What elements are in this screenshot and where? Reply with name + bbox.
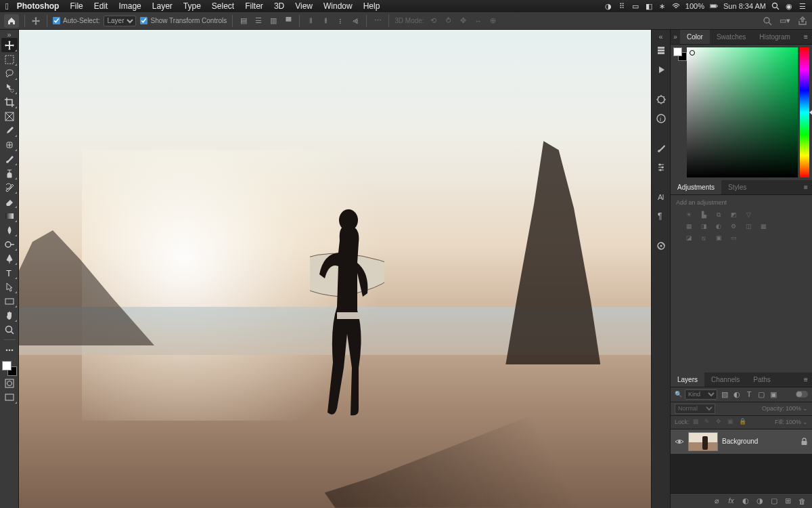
adj-hue-icon[interactable]: ▦ bbox=[684, 221, 694, 231]
layer-name[interactable]: Background bbox=[722, 438, 796, 445]
layer-thumbnail[interactable] bbox=[688, 432, 718, 451]
app-menu[interactable]: Photoshop bbox=[12, 0, 65, 12]
status-notifications-icon[interactable]: ☰ bbox=[798, 2, 807, 10]
distribute-2-icon[interactable]: ⫵ bbox=[320, 16, 331, 26]
layers-filter-search-icon[interactable]: 🔍 bbox=[675, 391, 682, 398]
panel-icon-libraries[interactable] bbox=[654, 238, 669, 253]
tab-channels[interactable]: Channels bbox=[704, 373, 746, 387]
layers-new-icon[interactable]: ⊞ bbox=[784, 496, 792, 505]
tool-marquee[interactable] bbox=[1, 52, 18, 66]
tool-zoom[interactable] bbox=[1, 322, 18, 337]
adj-curves-icon[interactable]: ⧉ bbox=[714, 210, 723, 219]
tool-frame[interactable] bbox=[1, 109, 18, 123]
status-siri-icon[interactable]: ◉ bbox=[785, 2, 793, 10]
auto-select-checkbox[interactable]: Auto-Select: bbox=[53, 17, 99, 24]
layers-mask-icon[interactable]: ◐ bbox=[741, 496, 750, 505]
more-align-icon[interactable]: ⋯ bbox=[372, 16, 383, 26]
layers-filter-kind[interactable]: Kind bbox=[685, 389, 717, 400]
menu-file[interactable]: File bbox=[64, 0, 88, 12]
3d-roll-icon[interactable]: ⥁ bbox=[443, 16, 454, 26]
lock-brush-icon[interactable]: ✎ bbox=[704, 418, 713, 426]
tab-layers[interactable]: Layers bbox=[671, 373, 704, 387]
color-panel-menu-icon[interactable]: ≡ bbox=[800, 30, 812, 44]
layers-panel-menu-icon[interactable]: ≡ bbox=[800, 373, 812, 387]
layers-filter-pixel-icon[interactable]: ▧ bbox=[720, 389, 729, 399]
panels-collapse-icon[interactable]: » bbox=[671, 30, 680, 44]
status-wifi-icon[interactable] bbox=[672, 2, 680, 10]
tool-rectangle[interactable] bbox=[1, 294, 18, 308]
adj-photo-filter-icon[interactable]: ◐ bbox=[714, 221, 723, 231]
layers-filter-adjust-icon[interactable]: ◐ bbox=[732, 389, 742, 399]
hue-marker-icon[interactable] bbox=[809, 110, 812, 115]
panel-icon-info[interactable]: i bbox=[654, 111, 669, 126]
layers-adjustment-icon[interactable]: ◑ bbox=[755, 496, 764, 505]
layer-lock-icon[interactable] bbox=[800, 438, 808, 446]
lock-all-icon[interactable]: 🔒 bbox=[739, 418, 747, 426]
tool-brush[interactable] bbox=[1, 152, 18, 166]
document-canvas[interactable] bbox=[19, 30, 651, 508]
align-top-icon[interactable]: ▀ bbox=[283, 16, 294, 26]
status-icon-4[interactable]: ◧ bbox=[645, 2, 653, 10]
adj-brightness-icon[interactable]: ☀ bbox=[684, 210, 694, 219]
panel-icon-brushes[interactable] bbox=[654, 141, 669, 156]
tool-history-brush[interactable] bbox=[1, 180, 18, 194]
panel-strip-expand-icon[interactable]: « bbox=[652, 33, 670, 39]
layer-visibility-icon[interactable] bbox=[675, 437, 684, 446]
status-icon-2[interactable]: ⠿ bbox=[618, 2, 626, 10]
adj-color-lookup-icon[interactable]: ◫ bbox=[744, 221, 753, 231]
distribute-1-icon[interactable]: ⫴ bbox=[305, 16, 316, 26]
adj-gradient-map-icon[interactable]: ▭ bbox=[729, 233, 738, 242]
lock-position-icon[interactable]: ✥ bbox=[716, 418, 724, 426]
lock-pixels-icon[interactable]: ▩ bbox=[693, 418, 701, 426]
layers-fx-icon[interactable]: fx bbox=[727, 496, 736, 505]
3d-orbit-icon[interactable]: ⟲ bbox=[428, 16, 439, 26]
status-icon-1[interactable]: ◑ bbox=[604, 2, 612, 10]
fill-value[interactable]: 100% bbox=[786, 419, 801, 425]
tool-quick-mask[interactable] bbox=[1, 376, 18, 390]
tool-screen-mode[interactable] bbox=[1, 390, 18, 404]
doc-arrange-icon[interactable]: ▭▾ bbox=[780, 16, 790, 26]
adj-bw-icon[interactable]: ◨ bbox=[699, 221, 708, 231]
align-left-icon[interactable]: ▤ bbox=[238, 16, 249, 26]
tool-color-swatches[interactable] bbox=[2, 361, 17, 376]
layer-row-background[interactable]: Background bbox=[671, 429, 812, 454]
status-spotlight-icon[interactable] bbox=[771, 2, 780, 10]
adj-channel-mixer-icon[interactable]: ⚙ bbox=[729, 221, 738, 231]
tab-color[interactable]: Color bbox=[680, 30, 710, 44]
3d-zoom-icon[interactable]: ⊕ bbox=[488, 16, 499, 26]
align-right-icon[interactable]: ▥ bbox=[268, 16, 279, 26]
tab-histogram[interactable]: Histogram bbox=[752, 30, 797, 44]
status-bluetooth-icon[interactable]: ∗ bbox=[658, 2, 667, 10]
menu-type[interactable]: Type bbox=[178, 0, 206, 12]
tab-paths[interactable]: Paths bbox=[746, 373, 777, 387]
color-field[interactable] bbox=[687, 47, 798, 177]
home-button[interactable] bbox=[4, 14, 19, 28]
tool-blur[interactable] bbox=[1, 223, 18, 237]
adj-invert-icon[interactable]: ◪ bbox=[684, 233, 694, 242]
tool-quick-select[interactable] bbox=[1, 81, 18, 95]
panel-icon-paragraph[interactable]: ¶ bbox=[654, 209, 669, 224]
tool-clone[interactable] bbox=[1, 166, 18, 180]
menu-filter[interactable]: Filter bbox=[240, 0, 269, 12]
menu-image[interactable]: Image bbox=[113, 0, 146, 12]
tool-move[interactable] bbox=[1, 38, 18, 52]
share-icon[interactable] bbox=[797, 16, 808, 26]
menu-help[interactable]: Help bbox=[358, 0, 386, 12]
align-hcenter-icon[interactable]: ☰ bbox=[253, 16, 264, 26]
layers-filter-shape-icon[interactable]: ▢ bbox=[757, 389, 766, 399]
adj-exposure-icon[interactable]: ◩ bbox=[729, 210, 738, 219]
opacity-value[interactable]: 100% bbox=[786, 405, 801, 412]
color-fg-bg-swatch[interactable] bbox=[671, 45, 687, 180]
menu-edit[interactable]: Edit bbox=[89, 0, 114, 12]
menu-select[interactable]: Select bbox=[206, 0, 240, 12]
adj-posterize-icon[interactable]: ▩ bbox=[759, 221, 768, 231]
layers-delete-icon[interactable]: 🗑 bbox=[798, 496, 807, 505]
tab-styles[interactable]: Styles bbox=[721, 180, 753, 194]
adj-vibrance-icon[interactable]: ▽ bbox=[744, 210, 753, 219]
layers-filter-smart-icon[interactable]: ▣ bbox=[769, 389, 778, 399]
menu-view[interactable]: View bbox=[290, 0, 318, 12]
tool-eyedropper[interactable] bbox=[1, 123, 18, 137]
auto-select-dropdown[interactable]: Layer bbox=[104, 16, 136, 26]
layers-filter-toggle[interactable] bbox=[796, 391, 808, 398]
panel-icon-properties[interactable] bbox=[654, 92, 669, 107]
